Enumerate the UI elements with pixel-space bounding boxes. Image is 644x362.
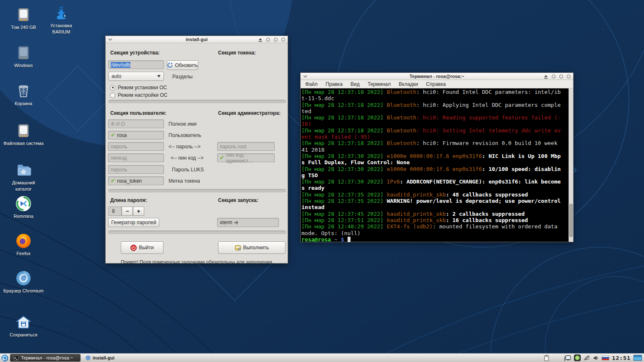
- pincode-label: <-- пин код -->: [171, 155, 204, 161]
- harddrive-dim-icon: [16, 45, 31, 61]
- power-icon: [130, 245, 137, 251]
- root-password-input[interactable]: пароль root: [217, 142, 275, 151]
- fullname-input[interactable]: Ф.И.О: [108, 119, 164, 128]
- desktop: Том 240 GB B Установка BARIUM Windows Ко…: [0, 0, 644, 362]
- radio-icon: [110, 85, 115, 90]
- status-indicator-icon[interactable]: [574, 354, 581, 361]
- username-label: Пользователь: [169, 132, 201, 138]
- taskbar-task-terminal[interactable]: Терминал - rosa@rosa:~: [10, 354, 80, 362]
- desktop-icon-label: Том 240 GB: [11, 24, 36, 31]
- chevron-down-icon: [157, 75, 161, 78]
- admin-section-label: Секция администратора:: [218, 110, 280, 116]
- feather-icon[interactable]: [584, 355, 590, 361]
- desktop-icon-save[interactable]: Сохраниться: [3, 314, 44, 338]
- svg-text:B: B: [64, 14, 66, 17]
- desktop-icon-label: Сохраниться: [10, 332, 37, 338]
- taskbar: Терминал - rosa@rosa:~ install-gui: [0, 353, 644, 362]
- launch-command-input[interactable]: xterm -e: [217, 218, 279, 227]
- password-input[interactable]: пароль: [108, 142, 164, 151]
- menu-tabs[interactable]: Вкладки: [399, 81, 418, 87]
- desktop-icon-label: Firefox: [16, 251, 31, 257]
- luks-password-input[interactable]: пароль: [108, 165, 164, 174]
- desktop-icon-firefox[interactable]: Firefox: [3, 233, 44, 257]
- maximize-button[interactable]: [274, 38, 278, 41]
- token-label-input[interactable]: ✔ rosa_token: [108, 176, 164, 185]
- menu-view[interactable]: Вид: [351, 81, 360, 87]
- password-label: <-- пароль -->: [169, 144, 200, 150]
- token-label: Метка токена: [169, 178, 200, 184]
- check-icon: ✔: [111, 132, 115, 138]
- terminal-output: [Пн мар 28 12:37:18 2022] Bluetooth: hci…: [301, 89, 564, 243]
- harddrive-icon: [16, 123, 31, 139]
- radio-install-mode[interactable]: Режим установки ОС: [110, 85, 167, 90]
- user-section-label: Секция пользователя:: [110, 110, 166, 116]
- terminal-menubar: Файл Правка Вид Терминал Вкладки Справка: [301, 80, 573, 88]
- window-menu-icon[interactable]: [303, 75, 307, 78]
- terminal-titlebar[interactable]: Терминал - rosa@rosa:~: [301, 73, 573, 80]
- pincode-input[interactable]: пинкод: [108, 153, 164, 162]
- separator: [108, 230, 286, 234]
- desktop-icon-chromium[interactable]: Браузер Chromium: [3, 270, 44, 294]
- close-button[interactable]: [567, 75, 571, 78]
- clipboard-icon[interactable]: [544, 355, 549, 361]
- passlen-minus-button[interactable]: −: [122, 207, 133, 216]
- root-password-placeholder: пароль root: [220, 144, 247, 150]
- desktop-icon-trash[interactable]: Корзина: [3, 83, 44, 107]
- device-section-label: Секция устройства:: [110, 50, 160, 56]
- workspace-pager[interactable]: [634, 355, 642, 361]
- status-text: Привет! Поля помеченные галочками обязат…: [110, 259, 284, 264]
- desktop-icon-filesystem[interactable]: Файловая система: [3, 123, 44, 147]
- scrollbar-thumb[interactable]: [569, 204, 573, 238]
- desktop-icon-home[interactable]: Домашний каталог: [3, 162, 44, 192]
- window-menu-icon[interactable]: [108, 38, 112, 41]
- maximize-button[interactable]: [559, 75, 563, 78]
- applications-menu-button[interactable]: [1, 354, 8, 362]
- radio-setup-mode[interactable]: Режим настройки ОС: [110, 92, 167, 98]
- desktop-icon-install-barium[interactable]: B Установка BARIUM: [40, 5, 82, 35]
- separator: [108, 100, 286, 103]
- save-home-icon: [16, 314, 31, 330]
- chromium-icon: [16, 270, 31, 286]
- exit-button[interactable]: Выйти: [121, 241, 164, 254]
- clock[interactable]: 12:51: [612, 355, 631, 361]
- close-button[interactable]: [281, 38, 285, 41]
- radio-icon: [110, 93, 115, 98]
- install-gui-icon: [86, 355, 91, 360]
- passlen-plus-button[interactable]: +: [133, 207, 144, 216]
- minimize-button[interactable]: [266, 38, 270, 41]
- keyboard-layout-flag-ru[interactable]: [602, 355, 609, 360]
- admin-pin-input[interactable]: ✔ пин код админист…: [217, 153, 275, 162]
- radio-install-label: Режим установки ОС: [118, 85, 167, 90]
- desktop-icon-label: Файловая система: [3, 140, 44, 147]
- taskbar-task-install-gui[interactable]: install-gui: [82, 354, 118, 362]
- menu-file[interactable]: Файл: [305, 81, 318, 87]
- terminal-scrollbar[interactable]: [569, 88, 573, 242]
- luks-label: Пароль LUKS: [172, 167, 204, 173]
- desktop-icon-windows[interactable]: Windows: [3, 45, 44, 69]
- passlen-value[interactable]: 8: [108, 207, 122, 216]
- shade-button[interactable]: [544, 73, 548, 80]
- partition-combo[interactable]: auto: [108, 72, 164, 81]
- desktop-icon-remmina[interactable]: Remmina: [3, 196, 44, 220]
- refresh-button[interactable]: Обновить: [167, 60, 198, 70]
- trash-icon: [16, 83, 31, 99]
- remmina-icon: [16, 196, 31, 212]
- menu-terminal[interactable]: Терминал: [368, 81, 391, 87]
- username-input[interactable]: ✔ rosa: [108, 131, 164, 140]
- display-settings-icon[interactable]: [564, 355, 571, 361]
- firefox-icon: [16, 233, 31, 249]
- install-titlebar[interactable]: install-gui: [106, 36, 288, 43]
- menu-edit[interactable]: Правка: [326, 81, 343, 87]
- menu-help[interactable]: Справка: [426, 81, 446, 87]
- terminal-content[interactable]: [Пн мар 28 12:37:18 2022] Bluetooth: hci…: [301, 88, 573, 242]
- separator: [108, 189, 286, 192]
- desktop-icon-volume-240[interactable]: Том 240 GB: [3, 7, 44, 31]
- partitions-label: Разделы: [172, 74, 192, 80]
- shade-button[interactable]: [258, 36, 262, 44]
- password-generator-button[interactable]: Генератор паролей: [108, 218, 159, 227]
- home-folder-icon: [16, 162, 31, 178]
- run-button[interactable]: Выполнить: [218, 241, 286, 254]
- device-input[interactable]: /dev/sdb: [108, 60, 164, 69]
- minimize-button[interactable]: [552, 75, 556, 78]
- volume-icon[interactable]: [593, 355, 599, 361]
